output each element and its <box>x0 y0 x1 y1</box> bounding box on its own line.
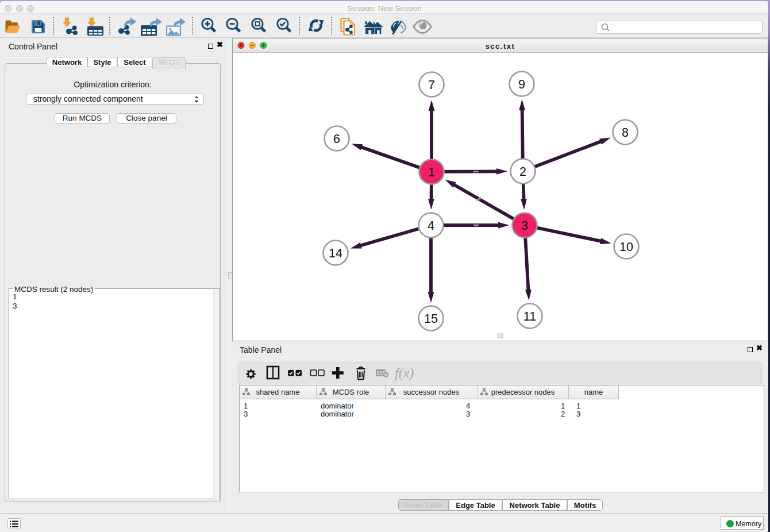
svg-text:1: 1 <box>428 165 435 179</box>
svg-text:8: 8 <box>622 126 629 140</box>
svg-text:15: 15 <box>424 312 438 326</box>
svg-text:9: 9 <box>518 78 525 91</box>
svg-text:10: 10 <box>619 240 633 254</box>
svg-text:4: 4 <box>428 219 434 233</box>
svg-text:2: 2 <box>519 165 526 179</box>
svg-text:6: 6 <box>333 132 340 146</box>
svg-text:3: 3 <box>521 219 528 233</box>
svg-text:14: 14 <box>329 246 342 260</box>
svg-text:f(x): f(x) <box>395 365 414 380</box>
svg-text:11: 11 <box>523 310 536 323</box>
svg-text:7: 7 <box>428 78 435 92</box>
